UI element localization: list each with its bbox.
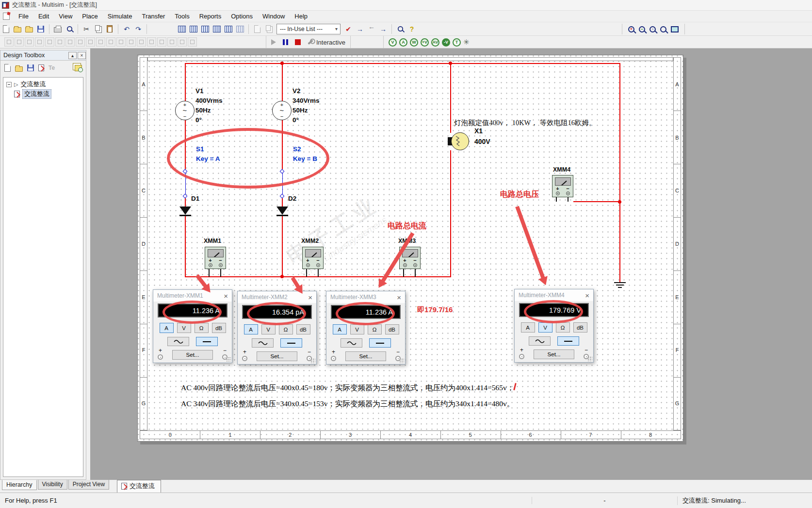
connector-component-icon[interactable]	[147, 37, 156, 47]
multimeter-xmm1-icon[interactable]: +−	[205, 247, 226, 269]
set-button[interactable]: Set...	[534, 349, 574, 359]
close-design-icon[interactable]	[38, 64, 44, 71]
dc-coupling-button[interactable]	[557, 336, 579, 346]
menu-transfer[interactable]: Transfer	[137, 12, 170, 21]
mcu-component-icon[interactable]	[76, 37, 85, 47]
fullscreen-icon[interactable]	[671, 26, 679, 32]
menu-options[interactable]: Options	[226, 12, 258, 21]
analog-component-icon[interactable]	[45, 37, 54, 47]
diode-d1[interactable]	[179, 206, 191, 215]
print-button[interactable]	[52, 24, 63, 34]
wire[interactable]	[619, 63, 620, 282]
resize-grip[interactable]	[587, 356, 592, 361]
tab-visibility[interactable]: Visibility	[38, 480, 67, 490]
cmos-component-icon[interactable]	[65, 37, 75, 47]
multimeter-xmm1-dialog[interactable]: Multimeter-XMM1 × 11.236 A A V Ω dB + Se…	[153, 289, 232, 363]
wire[interactable]	[282, 63, 283, 101]
dialog-titlebar[interactable]: Multimeter-XMM2 ×	[238, 291, 316, 303]
switch-s2[interactable]	[282, 171, 283, 196]
run-simulation-icon[interactable]	[271, 39, 276, 45]
multimeter-xmm3-dialog[interactable]: Multimeter-XMM3 × 11.236 A A V Ω dB + Se…	[326, 291, 406, 365]
source-component-icon[interactable]	[4, 37, 14, 47]
place-wire-icon[interactable]	[188, 37, 197, 47]
rf-component-icon[interactable]	[137, 37, 146, 47]
transistor-component-icon[interactable]	[35, 37, 44, 47]
backannotate-button[interactable]: →	[366, 24, 377, 34]
tab-hierarchy[interactable]: Hierarchy	[2, 480, 37, 490]
ohm-mode-button[interactable]: Ω	[279, 324, 293, 334]
dc-coupling-button[interactable]	[196, 337, 218, 346]
wire[interactable]	[450, 150, 451, 277]
electromechanical-icon[interactable]	[127, 37, 136, 47]
db-mode-button[interactable]: dB	[385, 324, 399, 334]
ground-symbol[interactable]	[614, 282, 626, 283]
forward-annotate-button[interactable]: →	[378, 24, 389, 34]
dialog-titlebar[interactable]: Multimeter-XMM3 ×	[326, 291, 405, 303]
set-button[interactable]: Set...	[172, 350, 213, 360]
snapshot-layers-icon[interactable]	[75, 65, 82, 71]
copy-button[interactable]	[93, 24, 103, 34]
probe-settings-gear-icon[interactable]: ✳	[463, 38, 470, 47]
dc-coupling-button[interactable]	[280, 338, 302, 348]
plus-terminal[interactable]: +	[158, 347, 163, 360]
voltage-reference-probe-icon[interactable]: +V	[421, 38, 429, 47]
tree-root-item[interactable]: ▷ 交流整流	[3, 79, 83, 89]
toggle-design-toolbox-button[interactable]	[177, 24, 187, 34]
current-probe-icon[interactable]: A	[399, 38, 407, 47]
spreadsheet-view-button[interactable]	[188, 24, 199, 34]
menu-tools[interactable]: Tools	[170, 12, 194, 21]
ac-coupling-button[interactable]	[529, 336, 551, 346]
ohm-mode-button[interactable]: Ω	[556, 322, 570, 333]
collapse-icon[interactable]	[6, 82, 12, 87]
lamp-x1[interactable]	[451, 132, 469, 150]
help-button[interactable]: ?	[406, 24, 417, 34]
wire[interactable]	[573, 201, 620, 202]
ac-coupling-button[interactable]	[252, 338, 274, 348]
place-bus-icon[interactable]	[178, 37, 187, 47]
interactive-analysis-label[interactable]: Interactive	[316, 39, 345, 46]
menu-help[interactable]: Help	[290, 12, 312, 21]
set-button[interactable]: Set...	[345, 351, 386, 361]
plus-terminal[interactable]: +	[331, 349, 336, 361]
menu-reports[interactable]: Reports	[195, 12, 227, 21]
resize-grip[interactable]	[310, 358, 315, 363]
diode-component-icon[interactable]	[25, 37, 34, 47]
ac-source-v1[interactable]: +~−	[175, 101, 195, 120]
create-component-button[interactable]	[252, 24, 262, 34]
wire[interactable]	[185, 216, 186, 277]
voltage-probe-icon[interactable]: V	[389, 38, 397, 47]
dialog-titlebar[interactable]: Multimeter-XMM4 ×	[515, 289, 593, 301]
open-file-button[interactable]	[12, 24, 23, 34]
open-design-icon[interactable]	[15, 66, 23, 72]
volt-mode-button[interactable]: V	[261, 324, 276, 334]
cut-button[interactable]: ✂	[81, 24, 92, 34]
set-button[interactable]: Set...	[257, 351, 297, 361]
zoom-out-icon[interactable]: −	[639, 26, 645, 32]
multimeter-xmm4-icon[interactable]: +−	[552, 175, 573, 197]
voltage-current-probe-icon[interactable]: AV	[431, 38, 439, 47]
indicator-component-icon[interactable]	[96, 37, 105, 47]
save-design-icon[interactable]	[27, 64, 34, 71]
ladder-diagram-icon[interactable]	[157, 37, 166, 47]
ac-coupling-button[interactable]	[341, 338, 362, 348]
ampere-mode-button[interactable]: A	[244, 324, 258, 334]
close-icon[interactable]: ×	[397, 293, 401, 302]
volt-mode-button[interactable]: V	[538, 322, 552, 333]
in-use-list-dropdown[interactable]: --- In-Use List --- ▾	[276, 24, 341, 34]
ampere-mode-button[interactable]: A	[521, 322, 535, 333]
power-component-icon[interactable]	[106, 37, 115, 47]
tab-project-view[interactable]: Project View	[68, 480, 109, 490]
stop-simulation-icon[interactable]	[295, 39, 301, 45]
multimeter-xmm2-dialog[interactable]: Multimeter-XMM2 × 16.354 pA A V Ω dB + S…	[237, 291, 317, 365]
tree-child-label[interactable]: 交流整流	[22, 89, 51, 99]
ohm-mode-button[interactable]: Ω	[195, 323, 209, 333]
new-schematic-icon[interactable]	[4, 64, 11, 72]
save-button[interactable]	[35, 24, 46, 34]
close-icon[interactable]: ×	[308, 293, 312, 302]
wire[interactable]	[185, 120, 186, 171]
schematic-canvas[interactable]: ABCDEFG ABCDEFG 012345678 电子工业 support.i…	[90, 48, 812, 492]
transfer-to-ultiboard-button[interactable]: →	[355, 24, 365, 34]
ampere-mode-button[interactable]: A	[333, 324, 347, 334]
ac-source-v2[interactable]: +~−	[272, 101, 292, 120]
basic-component-icon[interactable]	[15, 37, 24, 47]
